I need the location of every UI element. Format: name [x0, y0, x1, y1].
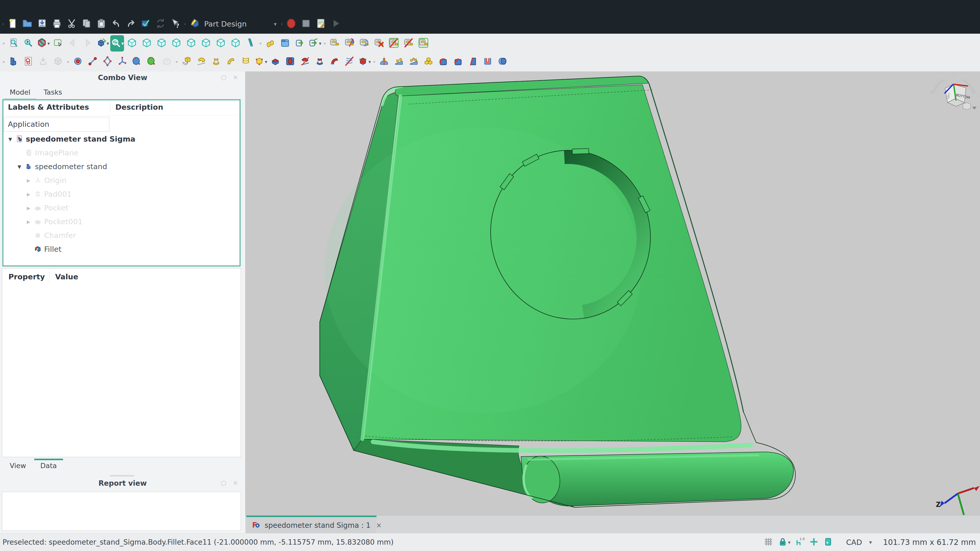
view-rear-button[interactable]: [184, 35, 198, 52]
multitransform-button[interactable]: [422, 54, 435, 70]
subshape-binder-button[interactable]: [145, 54, 159, 70]
make-sub-link-button[interactable]: ▾: [308, 35, 321, 52]
toolbar-handle[interactable]: [372, 54, 376, 70]
draft-button[interactable]: [466, 54, 480, 70]
shape-binder-button[interactable]: [130, 54, 144, 70]
fit-all-button[interactable]: [6, 35, 21, 52]
measure-toggle-3d-button[interactable]: [417, 35, 430, 52]
polar-pattern-button[interactable]: [407, 54, 421, 70]
pointer-settings-button[interactable]: [823, 537, 833, 548]
value-col[interactable]: Value: [49, 272, 78, 281]
nav-back-button[interactable]: [66, 35, 80, 52]
datum-point-button[interactable]: [71, 54, 85, 70]
combo-tab[interactable]: Tasks: [37, 86, 68, 99]
measure-button[interactable]: [328, 35, 342, 52]
tree-item[interactable]: Chamfer: [2, 229, 241, 242]
expander-icon[interactable]: ▶: [24, 192, 33, 197]
view-front-button[interactable]: [140, 35, 154, 52]
zoom-selection-button[interactable]: [21, 35, 35, 52]
measure-distance-button[interactable]: [243, 35, 257, 52]
make-link-button[interactable]: [293, 35, 307, 52]
datum-line-button[interactable]: [86, 54, 100, 70]
tree-item[interactable]: ▼ speedometer stand Sigma: [2, 132, 241, 146]
tree-item[interactable]: ▶ Pocket001: [2, 215, 241, 229]
combo-tab[interactable]: Model: [3, 86, 37, 99]
pad-button[interactable]: [180, 54, 193, 70]
expander-icon[interactable]: ▼: [15, 164, 24, 169]
additive-loft-button[interactable]: [209, 54, 223, 70]
tree-item[interactable]: ▶ Pad001: [2, 187, 241, 201]
nav-cube-menu[interactable]: [963, 103, 977, 110]
thickness-button[interactable]: [481, 54, 495, 70]
toolbar-handle[interactable]: [66, 54, 70, 70]
save-button[interactable]: [35, 16, 49, 32]
workbench-selector[interactable]: Part Design ▾: [190, 18, 277, 30]
undo-button[interactable]: [109, 16, 124, 32]
lock-button[interactable]: ▾: [778, 537, 791, 548]
view-isometric-button[interactable]: [125, 35, 139, 52]
nav-style-selector[interactable]: CAD ▾: [846, 538, 872, 547]
speedometer-stand-model[interactable]: BOTTOM LEFT X Y Z: [245, 71, 980, 515]
local-cs-button[interactable]: [115, 54, 129, 70]
expander-icon[interactable]: ▼: [6, 137, 14, 142]
chevron-down-icon[interactable]: ▾: [869, 539, 872, 545]
tree-item[interactable]: ImagePlane: [2, 146, 241, 160]
new-file-button[interactable]: [5, 16, 20, 32]
dropdown-arrow-icon[interactable]: ▾: [265, 59, 267, 65]
tree-item[interactable]: ▶ Pocket: [2, 201, 241, 215]
validate-button[interactable]: [138, 16, 153, 32]
document-tab-close-icon[interactable]: ×: [376, 521, 382, 529]
subtractive-pipe-button[interactable]: [328, 54, 342, 70]
toolbar-handle[interactable]: [2, 54, 6, 70]
dropdown-arrow-icon[interactable]: ▾: [788, 540, 791, 545]
view-right-button[interactable]: [169, 35, 183, 52]
draw-style-button[interactable]: ▾: [36, 35, 50, 52]
view-top-button[interactable]: [155, 35, 169, 52]
toolbar-handle[interactable]: [2, 35, 6, 51]
view-axonometric-button[interactable]: [229, 35, 242, 52]
dropdown-arrow-icon[interactable]: ▾: [48, 41, 50, 46]
create-group-button[interactable]: [278, 35, 292, 52]
fillet-button[interactable]: [436, 54, 450, 70]
map-sketch-button[interactable]: [36, 54, 50, 70]
panel-float-button[interactable]: ○: [221, 73, 226, 81]
datum-plane-button[interactable]: [100, 54, 115, 70]
additive-helix-button[interactable]: [239, 54, 253, 70]
report-view-content[interactable]: [2, 492, 241, 530]
expander-icon[interactable]: ▶: [24, 205, 33, 211]
revolution-button[interactable]: [194, 54, 208, 70]
additive-primitive-button[interactable]: ▾: [254, 54, 267, 70]
macro-stop-button[interactable]: [299, 16, 313, 32]
tree-col-description[interactable]: Description: [110, 103, 163, 111]
redo-button[interactable]: [124, 16, 138, 32]
linear-pattern-button[interactable]: [392, 54, 406, 70]
sync-view-button[interactable]: ▾: [110, 35, 124, 52]
macro-edit-button[interactable]: [313, 16, 328, 32]
print-button[interactable]: [49, 16, 64, 32]
toolbar-handle[interactable]: [183, 16, 187, 32]
create-body-button[interactable]: [6, 54, 21, 70]
toolbar-handle[interactable]: [1, 16, 5, 32]
view-left-button[interactable]: [214, 35, 228, 52]
nav-forward-button[interactable]: [81, 35, 94, 52]
chamfer-button[interactable]: [451, 54, 465, 70]
open-file-button[interactable]: [20, 16, 35, 32]
dropdown-arrow-icon[interactable]: ▾: [369, 59, 371, 65]
macro-play-button[interactable]: [328, 16, 343, 32]
panel-resize-handle[interactable]: [110, 475, 134, 476]
create-sketch-button[interactable]: [21, 54, 35, 70]
dropdown-arrow-icon[interactable]: ▾: [107, 41, 109, 46]
hole-button[interactable]: [283, 54, 297, 70]
cut-button[interactable]: [64, 16, 79, 32]
dropdown-arrow-icon[interactable]: ▾: [319, 41, 321, 46]
toolbar-handle[interactable]: [258, 35, 262, 51]
tree-item[interactable]: ▼ speedometer stand: [2, 160, 241, 173]
copy-button[interactable]: [79, 16, 94, 32]
toolbar-handle[interactable]: [323, 35, 327, 51]
whats-this-button[interactable]: ?: [168, 16, 183, 32]
refresh-button[interactable]: [153, 16, 168, 32]
rotate-view-button[interactable]: ▾: [95, 35, 109, 52]
groove-button[interactable]: [298, 54, 312, 70]
additive-pipe-button[interactable]: [224, 54, 238, 70]
subtractive-primitive-button[interactable]: ▾: [357, 54, 371, 70]
